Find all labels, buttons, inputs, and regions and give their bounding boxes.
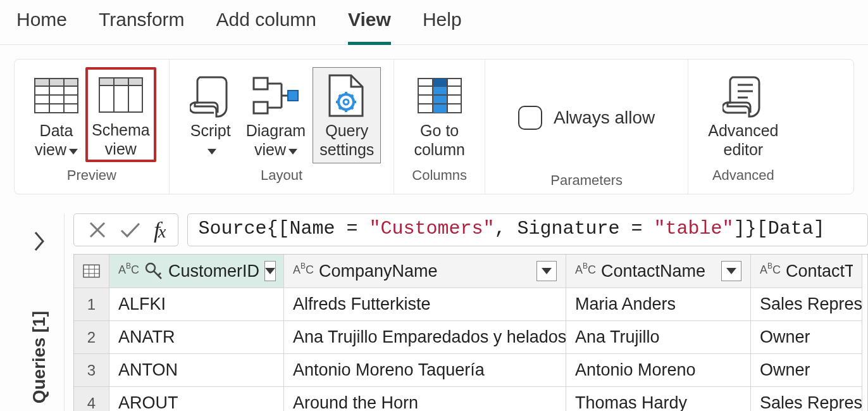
group-preview: Dataview Schemaview Preview <box>15 60 170 194</box>
group-parameters: Always allow Parameters <box>485 60 688 194</box>
fx-icon: fx <box>154 217 164 243</box>
cell[interactable]: AROUT <box>109 387 284 411</box>
schema-view-label: Schemaview <box>92 120 150 158</box>
chevron-down-icon <box>69 146 78 156</box>
script-label: Script <box>190 122 231 139</box>
svg-rect-10 <box>254 78 268 89</box>
group-layout-label: Layout <box>261 167 302 184</box>
advanced-editor-label: Advancededitor <box>708 121 778 159</box>
cell[interactable]: Antonio Moreno <box>566 354 751 387</box>
table-row[interactable]: 2 ANATR Ana Trujillo Emparedados y helad… <box>74 321 867 354</box>
svg-rect-40 <box>84 265 99 277</box>
column-header-companyname[interactable]: ABCCompanyName <box>284 255 566 288</box>
select-all-cell[interactable] <box>74 255 109 288</box>
column-header-customerid[interactable]: ABC CustomerID <box>109 255 284 288</box>
cell[interactable]: ANATR <box>109 321 284 354</box>
work-area: Queries [1] fx Source{[Name = "Customers… <box>14 213 868 411</box>
cell[interactable]: Ana Trujillo <box>566 321 751 354</box>
key-icon <box>144 262 163 281</box>
row-number: 3 <box>74 354 109 387</box>
tab-help[interactable]: Help <box>423 9 462 44</box>
header-row: ABC CustomerID ABCCompanyName ABCContact… <box>74 255 867 288</box>
goto-column-icon <box>418 70 462 121</box>
svg-point-45 <box>146 263 155 272</box>
filter-button[interactable] <box>721 261 741 281</box>
data-grid: ABC CustomerID ABCCompanyName ABCContact… <box>73 254 868 411</box>
data-view-label: Dataview <box>35 122 73 158</box>
group-advanced: Advancededitor Advanced <box>688 60 798 194</box>
expand-queries-button[interactable] <box>27 229 52 254</box>
cell[interactable]: ALFKI <box>109 288 284 321</box>
group-columns-label: Columns <box>412 167 467 184</box>
svg-line-23 <box>339 95 341 97</box>
go-to-column-button[interactable]: Go tocolumn <box>407 67 472 163</box>
cell[interactable]: Owner <box>751 321 862 354</box>
always-allow-label: Always allow <box>554 108 655 128</box>
cancel-formula-button[interactable] <box>88 220 107 239</box>
svg-rect-16 <box>288 91 298 101</box>
group-preview-label: Preview <box>67 167 116 184</box>
tab-home[interactable]: Home <box>16 9 67 44</box>
page-gear-icon <box>327 70 366 121</box>
queries-sidebar: Queries [1] <box>14 213 65 411</box>
filter-button[interactable] <box>264 261 276 281</box>
data-view-button[interactable]: Dataview <box>27 67 85 163</box>
svg-line-46 <box>154 271 161 279</box>
group-columns: Go tocolumn Columns <box>394 60 485 194</box>
tab-view[interactable]: View <box>348 9 391 44</box>
formula-bar: fx Source{[Name = "Customers", Signature… <box>65 213 868 254</box>
column-header-contactname[interactable]: ABCContactName <box>566 255 751 288</box>
cell[interactable]: Thomas Hardy <box>566 387 751 411</box>
svg-rect-1 <box>35 79 78 86</box>
cell[interactable]: Antonio Moreno Taquería <box>284 354 566 387</box>
svg-line-25 <box>339 107 341 109</box>
script-button[interactable]: Script <box>182 67 239 163</box>
row-number: 1 <box>74 288 109 321</box>
text-type-icon: ABC <box>760 263 781 277</box>
cell[interactable]: Owner <box>751 354 862 387</box>
chevron-down-icon <box>288 146 297 156</box>
advanced-editor-button[interactable]: Advancededitor <box>701 67 785 163</box>
text-type-icon: ABC <box>118 263 139 277</box>
queries-count-label: Queries [1] <box>29 311 49 403</box>
cell[interactable]: Around the Horn <box>284 387 566 411</box>
group-layout: Script Diagramview Querysettings Layout <box>170 60 395 194</box>
svg-rect-7 <box>99 78 142 85</box>
go-to-column-label: Go tocolumn <box>414 121 465 159</box>
tab-add-column[interactable]: Add column <box>216 9 316 44</box>
text-type-icon: ABC <box>575 263 596 277</box>
chevron-down-icon <box>208 146 216 156</box>
ribbon: Dataview Schemaview Preview Script <box>14 59 854 194</box>
row-number: 2 <box>74 321 109 354</box>
script-icon <box>190 70 232 121</box>
always-allow-checkbox[interactable] <box>518 106 542 130</box>
cell[interactable]: ANTON <box>109 354 284 387</box>
table-row[interactable]: 4 AROUT Around the Horn Thomas Hardy Sal… <box>74 387 867 411</box>
tab-transform[interactable]: Transform <box>99 9 185 44</box>
cell[interactable]: Alfreds Futterkiste <box>284 288 566 321</box>
table-icon <box>83 264 100 278</box>
advanced-editor-icon <box>722 70 764 121</box>
svg-line-47 <box>158 273 161 275</box>
svg-line-26 <box>351 107 353 109</box>
formula-input[interactable]: Source{[Name = "Customers", Signature = … <box>187 213 868 246</box>
text-type-icon: ABC <box>293 263 314 277</box>
schema-view-button[interactable]: Schemaview <box>85 67 156 162</box>
diagram-icon <box>252 70 299 121</box>
cell[interactable]: Ana Trujillo Emparedados y helados <box>284 321 566 354</box>
cell[interactable]: Maria Anders <box>566 288 751 321</box>
query-settings-button[interactable]: Querysettings <box>313 67 381 163</box>
diagram-view-button[interactable]: Diagramview <box>239 67 313 163</box>
table-row[interactable]: 1 ALFKI Alfreds Futterkiste Maria Anders… <box>74 288 867 321</box>
row-number: 4 <box>74 387 109 411</box>
cell[interactable]: Sales Representative <box>751 288 862 321</box>
columns-icon <box>99 70 143 120</box>
cell[interactable]: Sales Representative <box>751 387 862 411</box>
table-row[interactable]: 3 ANTON Antonio Moreno Taquería Antonio … <box>74 354 867 387</box>
grid-icon <box>34 70 78 121</box>
query-settings-label: Querysettings <box>319 121 374 159</box>
accept-formula-button[interactable] <box>120 220 141 239</box>
filter-button[interactable] <box>536 261 557 281</box>
svg-rect-11 <box>254 102 268 113</box>
column-header-contacttitle[interactable]: ABCContactTitle <box>751 255 862 288</box>
